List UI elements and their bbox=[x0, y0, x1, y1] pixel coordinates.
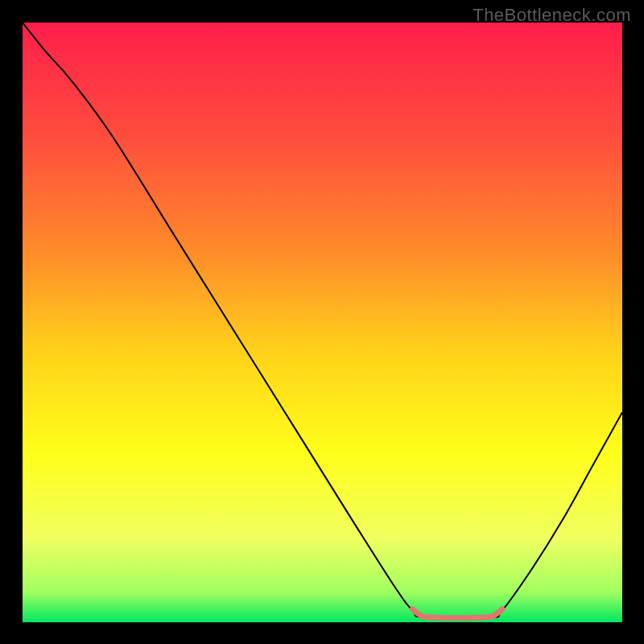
bottleneck-chart bbox=[23, 23, 622, 622]
watermark-text: TheBottleneck.com bbox=[473, 5, 631, 26]
chart-svg bbox=[23, 23, 622, 622]
gradient-background bbox=[23, 23, 622, 622]
